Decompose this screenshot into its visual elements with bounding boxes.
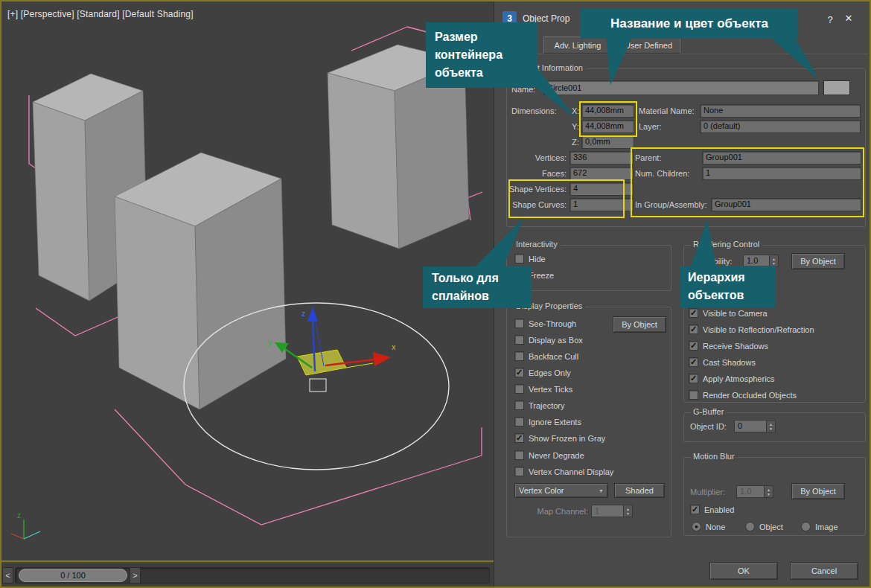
spinner-arrows[interactable]: ▲▼ — [624, 505, 633, 517]
spinner-arrows[interactable]: ▲▼ — [767, 420, 776, 432]
material-name-value: None — [700, 104, 861, 118]
checkbox-backface-cull[interactable]: Backface Cull — [514, 351, 578, 361]
cancel-button[interactable]: Cancel — [790, 562, 858, 580]
viewport-header[interactable]: [+] [Perspective] [Standard] [Default Sh… — [7, 9, 194, 19]
selection-bracket-line — [36, 308, 123, 336]
box2-front-face[interactable] — [115, 196, 200, 409]
visibility-label: Visibility: — [701, 257, 733, 266]
checkbox-label: See-Through — [529, 319, 576, 328]
spinner-down-icon[interactable]: ▼ — [767, 492, 770, 496]
selection-bracket-line — [468, 192, 482, 220]
spinner-arrows[interactable]: ▲▼ — [765, 485, 773, 498]
checkbox-label: Receive Shadows — [703, 342, 768, 351]
tripod-z-label: z — [17, 511, 21, 520]
dimensions-label: Dimensions: — [511, 106, 557, 115]
checkbox-label: Apply Atmospherics — [703, 374, 775, 383]
checkbox-hide[interactable]: Hide — [514, 254, 546, 263]
visibility-by-object-button[interactable]: By Object — [791, 253, 845, 269]
group-title: G-Buffer — [690, 407, 727, 416]
spinner-down-icon[interactable]: ▼ — [769, 426, 773, 431]
checkbox-box: ✓ — [690, 505, 700, 514]
checkbox-label: Trajectory — [529, 401, 565, 410]
checkbox-vertex-ticks[interactable]: Vertex Ticks — [514, 384, 572, 394]
timeline-prev-button[interactable]: < — [2, 567, 13, 584]
checkbox-never-degrade[interactable]: Never Degrade — [514, 450, 584, 460]
gizmo-y-label: y — [268, 337, 272, 346]
motion-blur-by-object-button[interactable]: By Object — [791, 483, 845, 499]
checkbox-label: Render Occluded Objects — [703, 391, 797, 400]
vertices-value: 336 — [570, 151, 634, 164]
checkbox-trajectory[interactable]: Trajectory — [514, 400, 565, 410]
ok-button[interactable]: OK — [709, 562, 778, 580]
checkbox-box — [514, 319, 524, 328]
checkbox-box — [514, 254, 524, 263]
object-id-spinner[interactable]: 0 ▲▼ — [734, 420, 776, 432]
gizmo-x-label: x — [392, 342, 396, 351]
checkbox-edges-only[interactable]: ✓ Edges Only — [514, 368, 571, 377]
checkbox-cast-shadows[interactable]: ✓ Cast Shadows — [689, 357, 756, 367]
group-title: Rendering Control — [690, 240, 762, 249]
timeline-slider[interactable]: 0 / 100 — [19, 569, 127, 582]
checkbox-box: ✓ — [689, 341, 698, 351]
radio-circle — [801, 522, 811, 531]
box3-front-face[interactable] — [328, 73, 399, 249]
box-meshes[interactable] — [33, 45, 469, 409]
checkbox-label: Vertex Channel Display — [529, 467, 613, 476]
checkbox-render-occluded-objects[interactable]: Render Occluded Objects — [689, 390, 797, 400]
callout-hierarchy: Иерархия объектов — [680, 266, 776, 307]
checkbox-enabled[interactable]: ✓ Enabled — [690, 505, 734, 514]
checkbox-visible-to-camera[interactable]: ✓ Visible to Camera — [689, 308, 768, 318]
checkbox-ignore-extents[interactable]: Ignore Extents — [514, 417, 581, 426]
multiplier-spinner[interactable]: 1,0 ▲▼ — [736, 485, 773, 498]
object-color-swatch[interactable] — [823, 80, 850, 95]
timeline-track[interactable]: 0 / 100 — [15, 567, 490, 584]
faces-label: Faces: — [498, 169, 567, 178]
gizmo-x-arrowhead-icon — [373, 352, 391, 366]
timeline-next-button[interactable]: > — [130, 567, 141, 584]
tab-adv-lighting[interactable]: Adv. Lighting — [543, 36, 612, 54]
transform-gizmo[interactable]: x y z — [268, 307, 396, 392]
timeline-bar: < 0 / 100 > — [1, 563, 494, 588]
close-icon[interactable]: ✕ — [840, 10, 857, 25]
radio-object[interactable]: Object — [745, 522, 783, 531]
checkbox-box — [689, 390, 698, 400]
group-title: Motion Blur — [690, 452, 738, 461]
checkbox-label: Edges Only — [529, 368, 571, 377]
callout-name-color: Название и цвет объекта — [581, 9, 798, 39]
vertex-color-dropdown[interactable]: Vertex Color ▼ — [514, 483, 608, 498]
gizmo-z-arrowhead-icon — [307, 307, 318, 322]
checkbox-receive-shadows[interactable]: ✓ Receive Shadows — [689, 341, 768, 351]
checkbox-label: Cast Shadows — [703, 358, 756, 367]
spinner-down-icon[interactable]: ▼ — [772, 261, 776, 266]
checkbox-display-as-box[interactable]: Display as Box — [514, 335, 583, 345]
checkbox-apply-atmospherics[interactable]: ✓ Apply Atmospherics — [689, 374, 775, 383]
world-axis-tripod: z — [11, 511, 40, 539]
box3-side-face[interactable] — [395, 61, 469, 249]
map-channel-label: Map Channel: — [524, 507, 588, 516]
map-channel-spinner[interactable]: 1 ▲▼ — [591, 505, 633, 517]
checkbox-visible-to-reflection-refraction[interactable]: ✓ Visible to Reflection/Refraction — [689, 325, 814, 334]
tab-user-defined[interactable]: User Defined — [616, 36, 680, 54]
radio-none[interactable]: ● None — [692, 522, 725, 531]
checkbox-box — [514, 400, 524, 410]
dimension-x-label: X: — [572, 106, 579, 115]
display-by-object-button[interactable]: By Object — [613, 316, 666, 333]
object-id-label: Object ID: — [690, 422, 727, 431]
radio-circle: ● — [692, 522, 701, 531]
checkbox-vertex-channel-display[interactable]: Vertex Channel Display — [514, 467, 613, 476]
name-input[interactable]: Circle001 — [543, 80, 819, 95]
help-button[interactable]: ? — [822, 12, 838, 27]
checkbox-box — [514, 467, 524, 476]
checkbox-box: ✓ — [689, 325, 698, 334]
viewport-3d[interactable]: x y z z [+] [Perspective] [Standard] [De… — [1, 1, 494, 562]
radio-image[interactable]: Image — [801, 522, 838, 531]
checkbox-box: ✓ — [514, 368, 524, 377]
checkbox-see-through[interactable]: See-Through — [514, 319, 576, 328]
radio-label: None — [706, 523, 725, 531]
dimension-z-value: 0,0mm — [581, 135, 634, 149]
box1-front-face[interactable] — [33, 102, 89, 301]
shaded-button[interactable]: Shaded — [614, 483, 665, 498]
checkbox-show-frozen-in-gray[interactable]: ✓ Show Frozen in Gray — [514, 433, 605, 443]
spinner-down-icon[interactable]: ▼ — [626, 511, 630, 516]
highlight-shape-box — [508, 179, 625, 218]
